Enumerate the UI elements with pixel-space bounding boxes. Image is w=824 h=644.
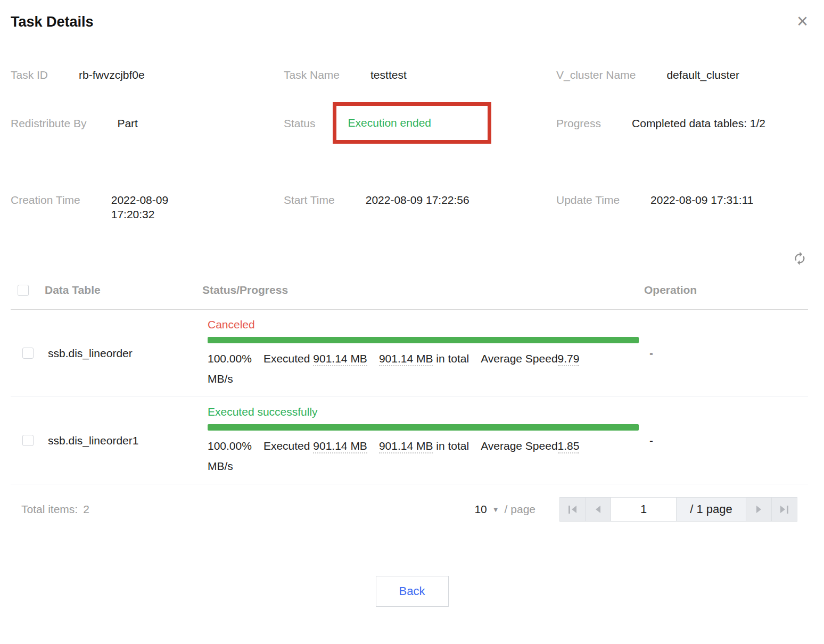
field-status: Status Execution ended — [284, 102, 556, 144]
prev-page-icon — [596, 506, 600, 513]
footer: Back — [0, 576, 824, 628]
status-annotation-box: Execution ended — [333, 102, 491, 144]
prev-page-button[interactable] — [585, 497, 611, 522]
creation-time-label: Creation Time — [11, 193, 80, 207]
pagination-bar: Total items: 2 10 ▼ / page / 1 page — [11, 484, 797, 522]
page-button-group: / 1 page — [560, 497, 797, 522]
update-time-label: Update Time — [556, 193, 620, 207]
progress-label: Progress — [556, 116, 601, 130]
col-header-operation: Operation — [639, 284, 808, 296]
speed-unit: MB/s — [208, 456, 639, 476]
table-row: ssb.dis_lineorder1 Executed successfully… — [11, 397, 808, 484]
row-checkbox[interactable] — [22, 348, 34, 359]
progress-bar — [208, 337, 639, 343]
total-pages-label: / 1 page — [676, 497, 746, 522]
total-items-value: 2 — [83, 503, 89, 516]
page-size-select[interactable]: 10 ▼ / page — [474, 503, 535, 516]
field-progress: Progress Completed data tables: 1/2 — [556, 116, 824, 130]
progress-percent: 100.00% — [208, 352, 252, 365]
total-suffix: in total — [436, 352, 469, 365]
current-page-input[interactable] — [611, 497, 677, 522]
redistribute-by-label: Redistribute By — [11, 116, 86, 130]
start-time-value: 2022-08-09 17:22:56 — [366, 193, 469, 207]
progress-bar — [208, 424, 639, 431]
last-page-icon — [780, 506, 788, 514]
back-button[interactable]: Back — [376, 576, 449, 607]
executed-label: Executed — [263, 440, 310, 452]
refresh-icon[interactable] — [793, 251, 807, 266]
speed-label: Average Speed — [481, 440, 557, 452]
status-label: Status — [284, 116, 316, 130]
first-page-icon — [568, 506, 576, 514]
col-header-data-table: Data Table — [45, 284, 202, 296]
row-status-text: Canceled — [208, 317, 639, 332]
task-name-label: Task Name — [284, 68, 340, 82]
status-value: Execution ended — [348, 117, 431, 129]
speed-value[interactable]: 9.79 — [558, 352, 580, 366]
col-header-status-progress: Status/Progress — [202, 284, 639, 296]
speed-label: Average Speed — [481, 352, 557, 365]
executed-label: Executed — [263, 352, 310, 365]
next-page-icon — [756, 506, 761, 513]
update-time-value: 2022-08-09 17:31:11 — [650, 193, 753, 207]
v-cluster-name-value: default_cluster — [666, 68, 739, 82]
first-page-button[interactable] — [559, 497, 586, 522]
table-header-row: Data Table Status/Progress Operation — [11, 284, 808, 310]
header: Task Details × — [0, 0, 824, 30]
field-redistribute-by: Redistribute By Part — [11, 116, 284, 130]
start-time-label: Start Time — [284, 193, 335, 207]
operation-cell: - — [639, 347, 808, 360]
progress-bar-fill — [208, 424, 639, 431]
total-value[interactable]: 901.14 MB — [379, 352, 433, 366]
field-task-id: Task ID rb-fwvzcjbf0e — [11, 68, 284, 82]
speed-unit: MB/s — [208, 369, 639, 389]
task-name-value: testtest — [370, 68, 407, 82]
chevron-down-icon: ▼ — [492, 506, 499, 514]
speed-value[interactable]: 1.85 — [558, 440, 580, 453]
data-table: Data Table Status/Progress Operation ssb… — [11, 284, 808, 484]
info-row-1: Task ID rb-fwvzcjbf0e Task Name testtest… — [0, 68, 824, 82]
row-checkbox[interactable] — [22, 435, 34, 446]
next-page-button[interactable] — [746, 497, 772, 522]
executed-value[interactable]: 901.14 MB — [313, 352, 367, 366]
field-task-name: Task Name testtest — [284, 68, 556, 82]
field-creation-time: Creation Time 2022-08-09 17:20:32 — [11, 193, 284, 221]
data-table-name: ssb.dis_lineorder — [45, 347, 202, 360]
table-row: ssb.dis_lineorder Canceled 100.00%Execut… — [11, 310, 808, 397]
field-update-time: Update Time 2022-08-09 17:31:11 — [556, 193, 824, 221]
page-size-value: 10 — [474, 503, 487, 516]
close-icon[interactable]: × — [797, 14, 808, 29]
row-status-text: Executed successfully — [208, 404, 639, 419]
redistribute-by-value: Part — [117, 116, 138, 130]
field-v-cluster-name: V_cluster Name default_cluster — [556, 68, 824, 82]
total-items: Total items: 2 — [21, 503, 89, 516]
pagination-controls: 10 ▼ / page / 1 page — [474, 497, 797, 522]
info-row-2: Redistribute By Part Status Execution en… — [0, 102, 824, 144]
v-cluster-name-label: V_cluster Name — [556, 68, 636, 82]
task-id-value: rb-fwvzcjbf0e — [79, 68, 145, 82]
select-all-checkbox[interactable] — [18, 285, 29, 296]
info-row-3: Creation Time 2022-08-09 17:20:32 Start … — [0, 193, 824, 221]
per-page-label: / page — [505, 503, 535, 516]
field-start-time: Start Time 2022-08-09 17:22:56 — [284, 193, 556, 221]
operation-cell: - — [639, 434, 808, 447]
progress-value: Completed data tables: 1/2 — [632, 116, 765, 130]
data-table-name: ssb.dis_lineorder1 — [45, 434, 202, 447]
status-progress-cell: Canceled 100.00%Executed 901.14 MB901.14… — [202, 317, 639, 389]
task-id-label: Task ID — [11, 68, 48, 82]
last-page-button[interactable] — [771, 497, 797, 522]
progress-percent: 100.00% — [208, 440, 252, 452]
executed-value[interactable]: 901.14 MB — [313, 440, 367, 453]
progress-stats: 100.00%Executed 901.14 MB901.14 MB in to… — [208, 349, 639, 389]
toolbar — [0, 251, 824, 266]
total-suffix: in total — [436, 440, 469, 452]
creation-time-value: 2022-08-09 17:20:32 — [111, 193, 190, 221]
progress-bar-fill — [208, 337, 639, 343]
page-title: Task Details — [11, 14, 94, 30]
total-value[interactable]: 901.14 MB — [379, 440, 433, 453]
status-progress-cell: Executed successfully 100.00%Executed 90… — [202, 404, 639, 476]
total-items-label: Total items: — [21, 503, 78, 516]
progress-stats: 100.00%Executed 901.14 MB901.14 MB in to… — [208, 436, 639, 476]
